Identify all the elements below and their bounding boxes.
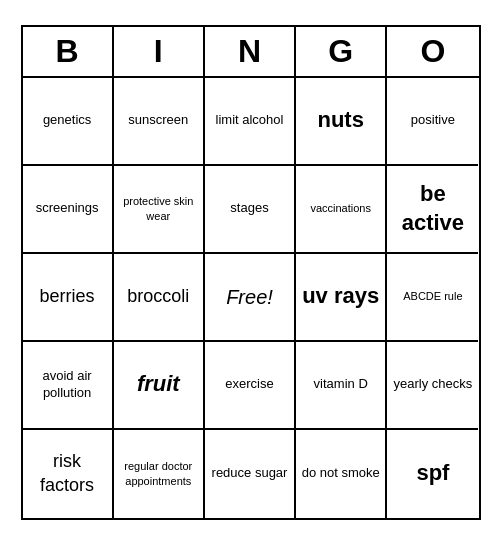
bingo-cell: Free! <box>205 254 296 342</box>
bingo-cell: ABCDE rule <box>387 254 478 342</box>
bingo-cell: spf <box>387 430 478 518</box>
bingo-cell: nuts <box>296 78 387 166</box>
bingo-cell: vitamin D <box>296 342 387 430</box>
bingo-cell: berries <box>23 254 114 342</box>
header-letter: B <box>23 27 114 76</box>
header-letter: I <box>114 27 205 76</box>
bingo-cell: risk factors <box>23 430 114 518</box>
bingo-cell: genetics <box>23 78 114 166</box>
bingo-cell: exercise <box>205 342 296 430</box>
bingo-cell: sunscreen <box>114 78 205 166</box>
bingo-cell: positive <box>387 78 478 166</box>
bingo-cell: vaccinations <box>296 166 387 254</box>
bingo-cell: screenings <box>23 166 114 254</box>
bingo-header: BINGO <box>23 27 479 78</box>
bingo-cell: fruit <box>114 342 205 430</box>
bingo-cell: do not smoke <box>296 430 387 518</box>
header-letter: O <box>387 27 478 76</box>
bingo-cell: limit alcohol <box>205 78 296 166</box>
bingo-card: BINGO geneticssunscreenlimit alcoholnuts… <box>21 25 481 520</box>
bingo-grid: geneticssunscreenlimit alcoholnutspositi… <box>23 78 479 518</box>
bingo-cell: uv rays <box>296 254 387 342</box>
header-letter: G <box>296 27 387 76</box>
bingo-cell: broccoli <box>114 254 205 342</box>
bingo-cell: regular doctor appointments <box>114 430 205 518</box>
bingo-cell: yearly checks <box>387 342 478 430</box>
bingo-cell: reduce sugar <box>205 430 296 518</box>
bingo-cell: stages <box>205 166 296 254</box>
bingo-cell: avoid air pollution <box>23 342 114 430</box>
bingo-cell: be active <box>387 166 478 254</box>
header-letter: N <box>205 27 296 76</box>
bingo-cell: protective skin wear <box>114 166 205 254</box>
